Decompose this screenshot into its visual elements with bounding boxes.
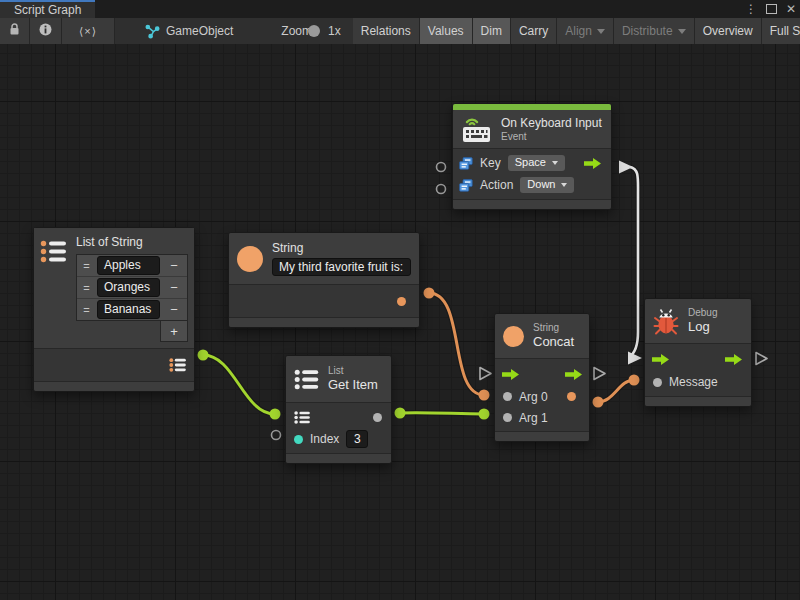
gameobject-label: GameObject xyxy=(166,24,233,38)
list-item-input[interactable]: Bananas xyxy=(97,300,160,319)
list-editor: = Apples − = Oranges − = Bananas − xyxy=(76,254,188,321)
result-output-port[interactable] xyxy=(567,392,576,401)
action-value: Down xyxy=(527,178,555,191)
tab-script-graph[interactable]: Script Graph xyxy=(0,0,95,18)
arg1-input-port[interactable] xyxy=(503,413,512,422)
index-input[interactable]: 3 xyxy=(346,430,368,448)
chevron-down-icon xyxy=(561,183,567,187)
distribute-menu[interactable]: Distribute xyxy=(614,18,695,44)
flow-output-port[interactable] xyxy=(565,369,582,380)
list-item-row: = Bananas − xyxy=(77,299,187,320)
tab-title: Script Graph xyxy=(14,3,81,17)
graph-canvas[interactable]: List of String = Apples − = Oranges − xyxy=(0,44,800,600)
keyboard-action-port-hint-icon[interactable] xyxy=(437,185,446,194)
node-footer xyxy=(286,454,391,463)
node-title: String xyxy=(272,241,411,255)
info-icon xyxy=(39,23,52,39)
getitem-index-port-hint-icon[interactable] xyxy=(272,431,281,440)
node-category: List xyxy=(328,365,378,376)
node-string-literal[interactable]: String My third favorite fruit is: xyxy=(228,232,420,328)
node-on-keyboard-input[interactable]: On Keyboard Input Event Key Space xyxy=(452,103,612,210)
code-icon: ⟨×⟩ xyxy=(79,25,97,38)
node-concat[interactable]: String Concat Arg 0 xyxy=(494,313,590,442)
key-dropdown[interactable]: Space xyxy=(508,155,565,171)
zoom-slider-handle[interactable] xyxy=(308,25,320,37)
carry-toggle[interactable]: Carry xyxy=(511,18,557,44)
flow-output-port[interactable] xyxy=(584,158,601,169)
message-label: Message xyxy=(669,375,718,389)
node-title: On Keyboard Input xyxy=(501,116,602,130)
lock-button[interactable] xyxy=(0,18,30,44)
align-menu[interactable]: Align xyxy=(557,18,614,44)
dim-toggle[interactable]: Dim xyxy=(473,18,511,44)
overview-button[interactable]: Overview xyxy=(695,18,762,44)
node-footer xyxy=(645,397,751,406)
arg1-label: Arg 1 xyxy=(519,411,548,425)
node-subtitle: Event xyxy=(501,131,602,142)
list-item-input[interactable]: Oranges xyxy=(97,278,160,297)
log-flow-out-hint-icon[interactable] xyxy=(756,353,767,365)
chevron-down-icon xyxy=(552,161,558,165)
carry-label: Carry xyxy=(519,24,548,38)
remove-item-button[interactable]: − xyxy=(163,280,185,295)
node-title: Log xyxy=(688,319,717,335)
flow-output-port[interactable] xyxy=(725,354,742,365)
fullscreen-button[interactable]: Full Scre xyxy=(762,18,800,44)
unity-visual-scripting-window: Script Graph ⋮ ✕ ⟨×⟩ GameObject xyxy=(0,0,800,600)
wire-end-arrow-icon xyxy=(628,352,642,365)
arg0-input-port[interactable] xyxy=(503,392,512,401)
remove-item-button[interactable]: − xyxy=(163,302,185,317)
distribute-label: Distribute xyxy=(622,24,673,38)
wire-list-to-getitem[interactable] xyxy=(198,350,281,420)
node-list-of-string[interactable]: List of String = Apples − = Oranges − xyxy=(33,227,195,392)
zoom-value: 1x xyxy=(322,18,347,44)
drag-handle-icon[interactable]: = xyxy=(79,304,94,316)
values-toggle[interactable]: Values xyxy=(420,18,473,44)
index-label: Index xyxy=(310,432,339,446)
node-title: Get Item xyxy=(328,377,378,393)
flow-input-port[interactable] xyxy=(652,354,669,365)
title-bar: Script Graph ⋮ ✕ xyxy=(0,0,800,18)
code-view-button[interactable]: ⟨×⟩ xyxy=(62,18,115,44)
string-type-icon xyxy=(503,326,524,347)
list-output-port[interactable] xyxy=(169,358,186,372)
item-output-port[interactable] xyxy=(373,413,382,422)
list-orange-icon xyxy=(40,234,76,266)
node-category: String xyxy=(533,322,574,333)
node-get-item[interactable]: List Get Item Index 3 xyxy=(285,355,392,464)
keyboard-key-port-hint-icon[interactable] xyxy=(437,163,446,172)
wire-start-arrow-icon xyxy=(619,161,633,174)
list-input-port[interactable] xyxy=(294,411,310,424)
message-input-port[interactable] xyxy=(653,378,662,387)
close-icon[interactable]: ✕ xyxy=(786,0,796,18)
wire-getitem-to-concat[interactable] xyxy=(395,408,490,420)
graph-toolbar: ⟨×⟩ GameObject Zoom 1x Relations Values … xyxy=(0,18,800,45)
drag-handle-icon[interactable]: = xyxy=(79,282,94,294)
key-label: Key xyxy=(480,156,501,170)
drag-handle-icon[interactable]: = xyxy=(79,260,94,272)
remove-item-button[interactable]: − xyxy=(163,258,185,273)
maximize-icon[interactable] xyxy=(766,4,777,14)
wire-keyboard-to-log[interactable] xyxy=(619,161,642,365)
wire-concat-to-log[interactable] xyxy=(593,375,640,408)
node-debug-log[interactable]: Debug Log Message xyxy=(644,298,752,407)
string-output-port[interactable] xyxy=(397,297,406,306)
action-dropdown[interactable]: Down xyxy=(520,177,574,193)
flow-input-port[interactable] xyxy=(502,369,519,380)
wire-string-to-concat[interactable] xyxy=(424,288,490,401)
list-item-input[interactable]: Apples xyxy=(97,256,160,275)
overview-label: Overview xyxy=(703,24,753,38)
menu-kebab-icon[interactable]: ⋮ xyxy=(745,0,757,18)
add-item-button[interactable]: + xyxy=(160,321,188,342)
relations-toggle[interactable]: Relations xyxy=(353,18,420,44)
index-input-port[interactable] xyxy=(294,435,303,444)
string-value-input[interactable]: My third favorite fruit is: xyxy=(272,258,411,276)
concat-flow-in-hint-icon[interactable] xyxy=(480,368,491,380)
member-blue-icon xyxy=(459,157,473,170)
bug-icon xyxy=(653,308,679,335)
concat-flow-out-hint-icon[interactable] xyxy=(594,368,605,380)
gameobject-context[interactable]: GameObject xyxy=(139,18,239,44)
node-category: Debug xyxy=(688,307,717,318)
info-button[interactable] xyxy=(30,18,62,44)
dim-label: Dim xyxy=(481,24,502,38)
